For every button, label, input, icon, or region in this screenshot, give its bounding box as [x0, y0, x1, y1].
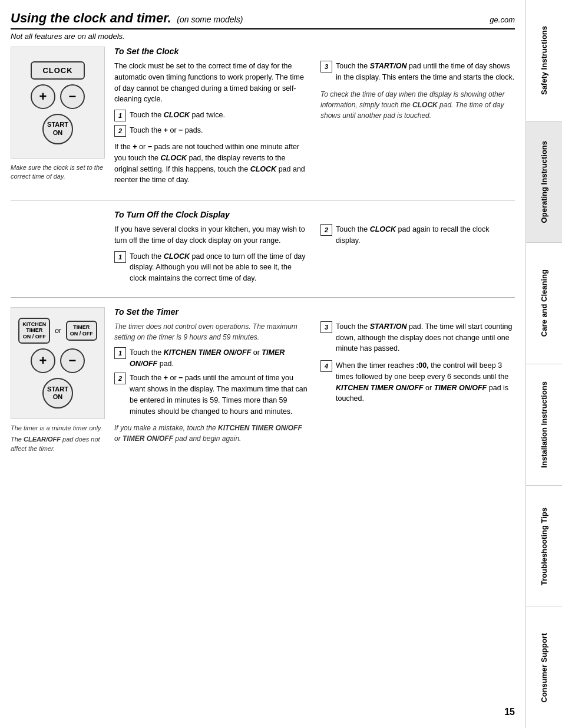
turn-off-step-text-2: Touch the CLOCK pad again to recall the …: [336, 224, 515, 246]
sidebar-section-care[interactable]: Care and Cleaning: [526, 243, 562, 364]
plus-button: +: [31, 84, 55, 109]
step-num-3: 3: [320, 61, 332, 73]
clock-diagram-caption: Make sure the clock is set to the correc…: [11, 163, 105, 182]
timer-step-text-2: Touch the + or − pads until the amount o…: [130, 373, 309, 417]
clock-button: CLOCK: [31, 61, 84, 80]
divider-1: [11, 200, 515, 200]
timer-step-4: 4 When the timer reaches :00, the contro…: [320, 360, 515, 404]
timer-step-num-1: 1: [114, 347, 126, 359]
turn-off-left-col: If you have several clocks in your kitch…: [114, 224, 309, 288]
page-header: Using the clock and timer. (on some mode…: [11, 11, 515, 29]
timer-step-num-3: 3: [320, 321, 332, 333]
step-text-1: Touch the CLOCK pad twice.: [130, 110, 225, 121]
main-content: Using the clock and timer. (on some mode…: [0, 0, 525, 464]
timer-left-col: The timer does not control oven operatio…: [114, 321, 309, 444]
step-text-3: Touch the START/ON pad until the time of…: [336, 61, 515, 83]
turn-off-step-2: 2 Touch the CLOCK pad again to recall th…: [320, 224, 515, 246]
plus-minus-row: + −: [31, 84, 85, 109]
turn-off-step-1: 1 Touch the CLOCK pad once to turn off t…: [114, 251, 309, 284]
timer-diagram-panel: KITCHEN TIMER ON / OFF or TIMER ON / OFF…: [11, 307, 105, 453]
timer-start-on-button: START ON: [42, 378, 73, 409]
turn-off-step-num-2: 2: [320, 224, 332, 236]
turn-off-spacer: [11, 210, 105, 288]
timer-step-1: 1 Touch the KITCHEN TIMER ON/OFF or TIME…: [114, 347, 309, 370]
page-title-sub: (on some models): [177, 15, 243, 24]
sidebar-section-troubleshooting[interactable]: Troubleshooting Tips: [526, 486, 562, 607]
turn-off-two-col: If you have several clocks in your kitch…: [114, 224, 515, 288]
timer-plus-button: +: [31, 348, 55, 373]
sidebar: Safety Instructions Operating Instructio…: [525, 0, 562, 728]
clock-intro: The clock must be set to the correct tim…: [114, 61, 309, 105]
sidebar-label-installation: Installation Instructions: [540, 381, 549, 468]
clock-step-1: 1 Touch the CLOCK pad twice.: [114, 110, 309, 121]
turn-off-content: To Turn Off the Clock Display If you hav…: [114, 210, 515, 288]
timer-diagram-caption-1: The timer is a minute timer only.: [11, 424, 105, 433]
timer-step-num-2: 2: [114, 373, 126, 384]
timer-right-col: 3 Touch the START/ON pad. The time will …: [320, 321, 515, 444]
sidebar-section-safety[interactable]: Safety Instructions: [526, 0, 562, 121]
timer-keypad-diagram: KITCHEN TIMER ON / OFF or TIMER ON / OFF…: [11, 307, 105, 419]
turn-off-heading: To Turn Off the Clock Display: [114, 210, 515, 219]
clock-right-col: 3 Touch the START/ON pad until the time …: [320, 61, 515, 190]
clock-step-2: 2 Touch the + or − pads.: [114, 125, 309, 137]
timer-heading: To Set the Timer: [114, 307, 515, 317]
clock-section: CLOCK + − START ON Make sure the clock i…: [11, 47, 515, 190]
sidebar-label-troubleshooting: Troubleshooting Tips: [540, 508, 549, 585]
clock-keypad-diagram: CLOCK + − START ON: [11, 47, 105, 159]
page-number: 15: [504, 707, 515, 717]
sidebar-section-consumer[interactable]: Consumer Support: [526, 607, 562, 728]
clock-note-right: To check the time of day when the displa…: [320, 89, 515, 121]
timer-middle-note: If you make a mistake, touch the KITCHEN…: [114, 423, 309, 444]
turn-off-section: To Turn Off the Clock Display If you hav…: [11, 210, 515, 288]
page-title-container: Using the clock and timer. (on some mode…: [11, 11, 243, 26]
sidebar-section-installation[interactable]: Installation Instructions: [526, 364, 562, 486]
step-text-2: Touch the + or − pads.: [130, 125, 203, 136]
timer-step-3: 3 Touch the START/ON pad. The time will …: [320, 321, 515, 354]
turn-off-intro: If you have several clocks in your kitch…: [114, 224, 309, 246]
clock-heading: To Set the Clock: [114, 47, 515, 56]
clock-middle-text: If the + or − pads are not touched withi…: [114, 141, 309, 186]
sidebar-section-operating[interactable]: Operating Instructions: [526, 121, 562, 243]
timer-minus-button: −: [60, 348, 85, 373]
step-num-2: 2: [114, 125, 126, 137]
timer-step-text-1: Touch the KITCHEN TIMER ON/OFF or TIMER …: [130, 347, 309, 370]
turn-off-step-text-1: Touch the CLOCK pad once to turn off the…: [130, 251, 309, 284]
divider-2: [11, 297, 515, 298]
timer-step-text-3: Touch the START/ON pad. The time will st…: [336, 321, 515, 354]
timer-step-2: 2 Touch the + or − pads until the amount…: [114, 373, 309, 417]
sidebar-label-care: Care and Cleaning: [540, 269, 549, 337]
or-text: or: [55, 327, 61, 335]
timer-step-text-4: When the timer reaches :00, the control …: [336, 360, 515, 404]
sidebar-label-consumer: Consumer Support: [540, 633, 549, 703]
start-on-button: START ON: [42, 114, 73, 144]
page-subtitle: Not all features are on all models.: [11, 32, 515, 41]
page-website: ge.com: [490, 15, 515, 24]
clock-left-col: The clock must be set to the correct tim…: [114, 61, 309, 190]
sidebar-label-operating: Operating Instructions: [540, 141, 549, 223]
timer-top-row: KITCHEN TIMER ON / OFF or TIMER ON / OFF: [18, 318, 97, 344]
timer-diagram-caption-2: The CLEAR/OFF pad does not affect the ti…: [11, 435, 105, 453]
timer-content: To Set the Timer The timer does not cont…: [114, 307, 515, 453]
timer-button: TIMER ON / OFF: [66, 321, 97, 341]
timer-section: KITCHEN TIMER ON / OFF or TIMER ON / OFF…: [11, 307, 515, 453]
clock-two-col: The clock must be set to the correct tim…: [114, 61, 515, 190]
clock-diagram-panel: CLOCK + − START ON Make sure the clock i…: [11, 47, 105, 190]
kitchen-timer-button: KITCHEN TIMER ON / OFF: [18, 318, 50, 344]
page-title: Using the clock and timer.: [11, 11, 171, 25]
sidebar-label-safety: Safety Instructions: [540, 26, 549, 95]
turn-off-step-num-1: 1: [114, 251, 126, 263]
timer-step-num-4: 4: [320, 360, 332, 372]
timer-intro: The timer does not control oven operatio…: [114, 321, 309, 342]
minus-button: −: [60, 84, 85, 109]
timer-two-col: The timer does not control oven operatio…: [114, 321, 515, 444]
clock-content: To Set the Clock The clock must be set t…: [114, 47, 515, 190]
clock-step-3: 3 Touch the START/ON pad until the time …: [320, 61, 515, 83]
timer-plus-minus-row: + −: [31, 348, 85, 373]
turn-off-right-col: 2 Touch the CLOCK pad again to recall th…: [320, 224, 515, 288]
step-num-1: 1: [114, 110, 126, 121]
